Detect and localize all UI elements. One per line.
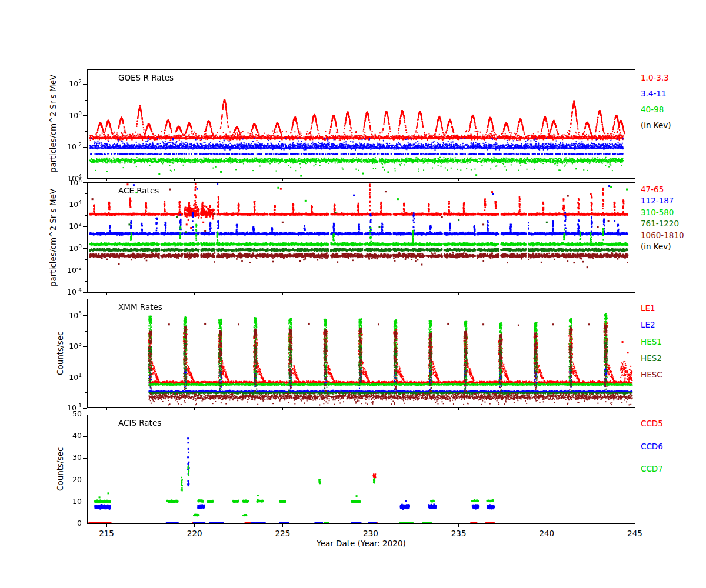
y-minor-tick xyxy=(85,215,87,216)
legend-item-ccd6: CCD6 xyxy=(641,435,705,458)
x-tick xyxy=(371,408,371,410)
x-tick xyxy=(547,408,547,410)
y-major-tick xyxy=(83,84,87,85)
x-tick xyxy=(194,179,195,181)
legend-item-310-580: 310-580 xyxy=(641,207,705,218)
y-tick-label: 103 xyxy=(55,341,82,350)
y-major-tick xyxy=(83,502,87,502)
x-tick xyxy=(194,408,195,410)
legend-item--in-kev-: (in Kev) xyxy=(641,241,705,252)
legend-item--in-kev-: (in Kev) xyxy=(641,118,705,133)
y-tick-label: 10 xyxy=(55,497,82,506)
panel-goes-r: GOES R Rates xyxy=(87,69,635,179)
y-tick-label: 0 xyxy=(55,519,82,527)
y-tick-label: 10-4 xyxy=(55,287,82,296)
legend-item-le2: LE2 xyxy=(641,316,705,333)
x-tick-label: 215 xyxy=(99,529,114,538)
legend-item-1060-1810: 1060-1810 xyxy=(641,230,705,241)
y-tick-label: 10-2 xyxy=(55,265,82,275)
legend-item-3-4-11: 3.4-11 xyxy=(641,86,705,102)
y-axis-label-ace: particles/cm^2 Sr s MeV xyxy=(47,180,59,295)
y-minor-tick xyxy=(85,100,87,101)
x-tick xyxy=(635,293,635,295)
panel-title-acis: ACIS Rates xyxy=(118,418,161,427)
y-tick-label: 104 xyxy=(55,199,82,209)
y-tick-label: 10-2 xyxy=(55,142,82,151)
x-tick xyxy=(458,408,459,410)
y-minor-tick xyxy=(85,362,87,362)
goes-r-scatter-canvas xyxy=(88,70,635,178)
legend-item-761-1220: 761-1220 xyxy=(641,218,705,229)
x-tick-label: 230 xyxy=(363,529,378,538)
legend-item-47-65: 47-65 xyxy=(641,184,705,195)
y-minor-tick xyxy=(85,238,87,238)
x-tick-label: 240 xyxy=(539,529,554,538)
legend-item-le1: LE1 xyxy=(641,300,705,316)
legend-item-ccd5: CCD5 xyxy=(641,412,705,435)
y-major-tick xyxy=(83,315,87,316)
y-major-tick xyxy=(83,524,87,524)
xmm-scatter-canvas xyxy=(88,299,635,407)
x-tick xyxy=(106,293,107,295)
x-tick xyxy=(458,179,459,181)
y-tick-label: 30 xyxy=(55,453,82,462)
legend-item-40-98: 40-98 xyxy=(641,102,705,118)
y-tick-label: 50 xyxy=(55,409,82,418)
panel-ace: ACE Rates xyxy=(87,182,635,293)
y-tick-label: 20 xyxy=(55,475,82,484)
panel-xmm: XMM Rates xyxy=(87,299,635,408)
figure: GOES R Rates ACE Rates XMM Rates ACIS Ra… xyxy=(0,0,706,588)
y-major-tick xyxy=(83,270,87,270)
x-tick-label: 235 xyxy=(451,529,467,538)
y-minor-tick xyxy=(85,193,87,194)
x-tick xyxy=(371,179,371,181)
y-major-tick xyxy=(83,205,87,205)
x-tick-label: 220 xyxy=(187,529,202,538)
y-major-tick xyxy=(83,408,87,409)
y-major-tick xyxy=(83,182,87,183)
x-tick xyxy=(282,408,283,410)
x-tick xyxy=(547,524,547,527)
x-tick xyxy=(635,524,635,527)
x-tick xyxy=(194,524,195,527)
y-tick-label: 40 xyxy=(55,431,82,440)
x-tick xyxy=(282,179,283,181)
x-tick xyxy=(547,293,547,295)
x-axis-label: Year Date (Year: 2020) xyxy=(87,539,635,548)
legend-xmm: LE1LE2HES1HES2HESC xyxy=(641,300,705,383)
y-minor-tick xyxy=(85,281,87,282)
y-major-tick xyxy=(83,226,87,227)
y-major-tick xyxy=(83,147,87,148)
x-tick xyxy=(106,524,107,527)
y-minor-tick xyxy=(85,392,87,393)
ace-scatter-canvas xyxy=(88,183,635,292)
y-tick-label: 100 xyxy=(55,243,82,253)
panel-acis: ACIS Rates xyxy=(87,415,635,524)
x-tick xyxy=(547,179,547,181)
legend-item-hesc: HESC xyxy=(641,366,705,383)
y-minor-tick xyxy=(85,163,87,163)
y-major-tick xyxy=(83,292,87,293)
y-tick-label: 106 xyxy=(55,178,82,187)
y-minor-tick xyxy=(85,259,87,260)
y-tick-label: 102 xyxy=(55,79,82,88)
x-tick xyxy=(635,179,635,181)
x-tick xyxy=(371,293,371,295)
y-tick-label: 100 xyxy=(55,111,82,120)
legend-item-hes1: HES1 xyxy=(641,333,705,350)
x-tick xyxy=(635,408,635,410)
legend-item-hes2: HES2 xyxy=(641,350,705,366)
x-tick xyxy=(106,179,107,181)
y-tick-label: 102 xyxy=(55,221,82,230)
y-tick-label: 101 xyxy=(55,372,82,382)
y-major-tick xyxy=(83,115,87,116)
panel-title-ace: ACE Rates xyxy=(118,186,159,195)
x-tick xyxy=(458,524,459,527)
legend-item-112-187: 112-187 xyxy=(641,195,705,206)
x-tick xyxy=(371,524,371,527)
y-major-tick xyxy=(83,480,87,480)
y-major-tick xyxy=(83,248,87,249)
y-major-tick xyxy=(83,415,87,415)
y-major-tick xyxy=(83,436,87,437)
legend-item-ccd7: CCD7 xyxy=(641,457,705,480)
